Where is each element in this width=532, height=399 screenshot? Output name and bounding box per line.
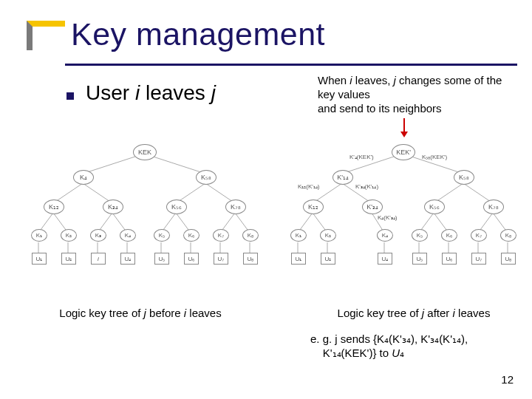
l-n2-0-label: K₁₂ — [44, 200, 64, 214]
r-n3-5: K₆ — [441, 229, 457, 242]
cap-r-pre: Logic key tree of — [338, 307, 422, 319]
r-n3-1: K₂ — [320, 229, 336, 242]
note-line2: and send to its neighbors — [318, 102, 442, 115]
l-n3-7-label: K₈ — [242, 229, 259, 242]
l-n3-5: K₆ — [183, 229, 200, 242]
l-n1-1: K₅₈ — [196, 170, 216, 185]
bullet-text: User i leaves j — [86, 81, 216, 105]
cap-r-end: leaves — [455, 307, 491, 319]
r-n3-7-label: K₈ — [500, 229, 516, 242]
bullet-row: User i leaves j — [66, 81, 216, 105]
l-n3-3: K₄ — [120, 229, 136, 242]
title-accent-icon — [27, 21, 65, 50]
r-n3-7: K₈ — [500, 229, 516, 242]
r-leaf-1: U₂ — [321, 253, 335, 265]
r-n3-6-label: K₇ — [471, 229, 487, 242]
r-n3-0-label: K₁ — [290, 229, 307, 242]
r-n3-5-label: K₆ — [441, 229, 457, 242]
bullet-pre: User — [86, 81, 135, 104]
cap-l-mid: before — [146, 307, 184, 319]
r-n1-1-label: K₅₈ — [454, 170, 474, 185]
caption-right: Logic key tree of j after i leaves — [310, 307, 517, 319]
r-n3-1-label: K₂ — [320, 229, 336, 242]
arrow-down-icon — [399, 118, 409, 137]
r-n3-4-label: K₅ — [412, 229, 428, 242]
ex-l2c: ₄ — [400, 347, 404, 359]
svg-marker-1 — [400, 132, 408, 137]
l-n2-0: K₁₂ — [44, 200, 64, 214]
l-n2-1-label: K₃₄ — [103, 200, 123, 214]
r-leaf-6: U₇ — [471, 253, 486, 265]
bullet-icon — [66, 92, 74, 100]
r-n3-3-label: K₄ — [377, 229, 393, 242]
l-leaf-7: U₈ — [243, 253, 258, 265]
r-root: KEK' — [392, 144, 415, 160]
r-n3-3: K₄ — [377, 229, 393, 242]
r-n2-1-label: K'₃₄ — [362, 200, 383, 214]
l-n3-2-label: K₃ — [90, 229, 106, 242]
r-n1-1: K₅₈ — [454, 170, 474, 185]
l-n3-5-label: K₆ — [183, 229, 200, 242]
r-leaf-3: U₄ — [378, 253, 392, 265]
l-leaf-1: U₂ — [61, 253, 76, 265]
l-n3-7: K₈ — [242, 229, 259, 242]
l-leaf-5: U₆ — [184, 253, 199, 265]
r-leaf-5: U₆ — [442, 253, 457, 265]
bullet-mid: leaves — [140, 81, 211, 104]
l-n3-6: K₇ — [213, 229, 229, 242]
r-n1-0-label: K'₁₄ — [332, 170, 353, 185]
cap-l-end: leaves — [186, 307, 222, 319]
r-n2-1: K'₃₄ — [362, 200, 383, 214]
l-root: KEK — [133, 144, 157, 160]
ex-l1: e. g. j sends {K₄(K'₃₄), K'₃₄(K'₁₄), — [310, 332, 468, 345]
r-n1-0: K'₁₄ — [332, 170, 353, 185]
r-n3-0: K₁ — [290, 229, 307, 242]
l-n2-3: K₇₈ — [225, 200, 246, 214]
l-n2-2-label: K₅₆ — [166, 200, 187, 214]
r-elabel-l1-r: K'₃₄(K'₁₄) — [355, 183, 378, 190]
left-tree: KEK K₄ K₅₈ K₁₂ K₃₄ K₅₆ K₇₈ K₁ K₂ K₃ K₄ K… — [22, 140, 266, 270]
bullet-j: j — [211, 81, 216, 104]
l-leaf-0: U₁ — [32, 253, 47, 265]
l-n2-1: K₃₄ — [103, 200, 123, 214]
l-n3-4: K₅ — [154, 229, 170, 242]
r-n2-2-label: K₅₆ — [424, 200, 445, 214]
slide: Key management User i leaves j When i le… — [0, 0, 532, 399]
slide-title: Key management — [71, 16, 325, 52]
r-n2-3: K₇₈ — [483, 200, 504, 214]
l-n3-1: K₂ — [61, 229, 77, 242]
ex-l2a: K'₁₄(KEK')} to — [323, 347, 392, 359]
l-root-label: KEK — [133, 144, 157, 160]
r-n2-0: K₁₂ — [303, 200, 324, 214]
r-elabel-l2: K₄(K'₃₄) — [378, 214, 398, 221]
example-text: e. g. j sends {K₄(K'₃₄), K'₃₄(K'₁₄), K'₁… — [310, 332, 502, 361]
page-number: 12 — [501, 373, 514, 386]
r-root-label: KEK' — [392, 144, 415, 160]
r-elabel-root-l: K'₄(KEK') — [349, 154, 374, 160]
note-text: When i leaves, j changes some of the key… — [318, 74, 510, 115]
l-leaf-3: U₄ — [120, 253, 135, 265]
note-mid1: leaves, — [352, 74, 394, 86]
l-n2-2: K₅₆ — [166, 200, 187, 214]
l-n3-4-label: K₅ — [154, 229, 170, 242]
l-n1-0-label: K₄ — [73, 170, 94, 185]
cap-r-mid: after — [424, 307, 452, 319]
l-n3-1-label: K₂ — [61, 229, 77, 242]
l-leaf-6: U₇ — [214, 253, 228, 265]
cap-l-pre: Logic key tree of — [59, 307, 143, 319]
r-leaf-7: U₈ — [501, 253, 516, 265]
caption-left: Logic key tree of j before i leaves — [30, 307, 251, 319]
r-leaf-0: U₁ — [291, 253, 306, 265]
r-leaf-4: U₅ — [412, 253, 427, 265]
l-n1-0: K₄ — [73, 170, 94, 185]
r-n2-3-label: K₇₈ — [483, 200, 504, 214]
l-n3-0: K₁ — [31, 229, 47, 242]
r-elabel-l1-l: K₁₂(K'₁₄) — [298, 183, 320, 190]
r-n3-4: K₅ — [412, 229, 428, 242]
title-underline — [65, 64, 517, 66]
r-n2-2: K₅₆ — [424, 200, 445, 214]
ex-l2b: U — [392, 347, 400, 359]
r-elabel-root-r: K₅₈(KEK') — [422, 154, 447, 160]
title-block: Key management — [27, 21, 517, 72]
l-n3-3-label: K₄ — [120, 229, 136, 242]
